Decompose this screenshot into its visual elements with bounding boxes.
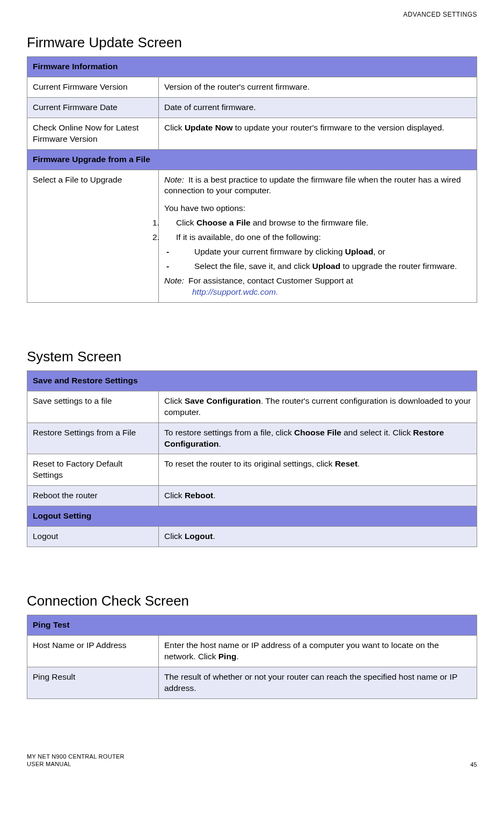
update-now-text: Update Now: [185, 123, 233, 132]
list-number: 2.: [164, 232, 176, 243]
text: and select it. Click: [341, 428, 413, 437]
list-item-1: 1.Click Choose a File and browse to the …: [164, 217, 471, 229]
table-row: Check Online Now for Latest Firmware Ver…: [27, 118, 477, 149]
reboot-text: Reboot: [185, 491, 213, 500]
product-name: MY NET N900 CENTRAL ROUTER: [27, 753, 125, 760]
save-config-text: Save Configuration: [185, 396, 261, 405]
dash-bullet: -: [180, 261, 194, 272]
row-label: Select a File to Upgrade: [27, 170, 159, 302]
note-label: Note:: [164, 276, 184, 285]
row-label: Current Firmware Date: [27, 97, 159, 118]
logout-text: Logout: [185, 532, 213, 541]
firmware-info-header-cell: Firmware Information: [27, 57, 477, 77]
text: .: [213, 532, 215, 541]
table-row: Restore Settings from a File To restore …: [27, 423, 477, 454]
sub-item-1: -Update your current firmware by clickin…: [164, 246, 471, 258]
row-label: Logout: [27, 527, 159, 547]
text: Click: [164, 396, 185, 405]
text: to update your router's firmware to the …: [232, 123, 444, 132]
row-label: Ping Result: [27, 667, 159, 698]
page-number: 45: [470, 761, 477, 768]
page-header-right: ADVANCED SETTINGS: [27, 11, 477, 18]
row-value: To restore settings from a file, click C…: [159, 423, 477, 454]
list-number: 1.: [164, 217, 176, 229]
note-text: For assistance, contact Customer Support…: [188, 276, 353, 285]
firmware-upgrade-header: Firmware Upgrade from a File: [27, 149, 477, 170]
row-value: Date of current firmware.: [159, 97, 477, 118]
text: Click: [164, 491, 185, 500]
table-row: Host Name or IP Address Enter the host n…: [27, 635, 477, 667]
row-label: Reset to Factory Default Settings: [27, 454, 159, 486]
table-row: Ping Result The result of whether or not…: [27, 667, 477, 698]
dash-bullet: -: [180, 246, 194, 258]
text: Click: [176, 218, 196, 227]
footer-left: MY NET N900 CENTRAL ROUTER USER MANUAL: [27, 753, 125, 768]
system-table: Save and Restore Settings Save settings …: [27, 370, 477, 547]
text: .: [213, 491, 215, 500]
connection-heading: Connection Check Screen: [27, 593, 477, 609]
table-row: Current Firmware Date Date of current fi…: [27, 97, 477, 118]
note-block: Note:It is a best practice to update the…: [164, 174, 471, 197]
save-restore-header-cell: Save and Restore Settings: [27, 370, 477, 391]
choose-file-text: Choose File: [294, 428, 341, 437]
row-value: Click Logout.: [159, 527, 477, 547]
text: to upgrade the router firmware.: [340, 261, 457, 271]
text: and browse to the firmware file.: [251, 218, 369, 227]
row-value: Click Save Configuration. The router's c…: [159, 391, 477, 423]
choose-file-text: Choose a File: [196, 218, 251, 227]
reset-text: Reset: [335, 459, 357, 468]
table-row: Current Firmware Version Version of the …: [27, 77, 477, 97]
ping-text: Ping: [218, 652, 237, 661]
row-label: Reboot the router: [27, 486, 159, 506]
note-block-2: Note:For assistance, contact Customer Su…: [164, 275, 471, 298]
page-footer: MY NET N900 CENTRAL ROUTER USER MANUAL 4…: [27, 753, 477, 768]
note-text: It is a best practice to update the firm…: [164, 175, 461, 195]
ping-test-header: Ping Test: [27, 615, 477, 636]
logout-header-cell: Logout Setting: [27, 506, 477, 527]
row-value: To reset the router to its original sett…: [159, 454, 477, 486]
text: .: [219, 439, 221, 448]
text: If it is available, do one of the follow…: [176, 232, 321, 242]
text: .: [236, 652, 238, 661]
firmware-heading: Firmware Update Screen: [27, 34, 477, 51]
manual-label: USER MANUAL: [27, 760, 125, 768]
upload-text: Upload: [312, 261, 341, 271]
ping-test-header-cell: Ping Test: [27, 615, 477, 636]
sub-item-2: -Select the file, save it, and click Upl…: [164, 261, 471, 272]
text: Select the file, save it, and click: [194, 261, 312, 271]
list-item-2: 2.If it is available, do one of the foll…: [164, 232, 471, 243]
table-row: Save settings to a file Click Save Confi…: [27, 391, 477, 423]
text: Click: [164, 123, 185, 132]
firmware-info-header: Firmware Information: [27, 57, 477, 77]
row-label: Current Firmware Version: [27, 77, 159, 97]
row-label: Check Online Now for Latest Firmware Ver…: [27, 118, 159, 149]
row-label: Restore Settings from a File: [27, 423, 159, 454]
table-row: Reboot the router Click Reboot.: [27, 486, 477, 506]
support-link[interactable]: http://support.wdc.com.: [192, 287, 278, 296]
table-row: Select a File to Upgrade Note:It is a be…: [27, 170, 477, 302]
row-value: Note:It is a best practice to update the…: [159, 170, 477, 302]
table-row: Logout Click Logout.: [27, 527, 477, 547]
system-heading: System Screen: [27, 348, 477, 365]
text: .: [357, 459, 360, 468]
row-label: Host Name or IP Address: [27, 635, 159, 667]
upload-text: Upload: [345, 247, 374, 256]
logout-header: Logout Setting: [27, 506, 477, 527]
row-value: The result of whether or not your router…: [159, 667, 477, 698]
row-label: Save settings to a file: [27, 391, 159, 423]
row-value: Version of the router's current firmware…: [159, 77, 477, 97]
row-value: Click Update Now to update your router's…: [159, 118, 477, 149]
text: Click: [164, 532, 185, 541]
text: To reset the router to its original sett…: [164, 459, 335, 468]
firmware-upgrade-header-cell: Firmware Upgrade from a File: [27, 149, 477, 170]
firmware-table: Firmware Information Current Firmware Ve…: [27, 56, 477, 303]
text: To restore settings from a file, click: [164, 428, 294, 437]
you-have-text: You have two options:: [164, 203, 471, 214]
table-row: Reset to Factory Default Settings To res…: [27, 454, 477, 486]
connection-table: Ping Test Host Name or IP Address Enter …: [27, 615, 477, 699]
save-restore-header: Save and Restore Settings: [27, 370, 477, 391]
text: Enter the host name or IP address of a c…: [164, 640, 439, 661]
text: , or: [373, 247, 385, 256]
row-value: Click Reboot.: [159, 486, 477, 506]
text: Update your current firmware by clicking: [194, 247, 345, 256]
